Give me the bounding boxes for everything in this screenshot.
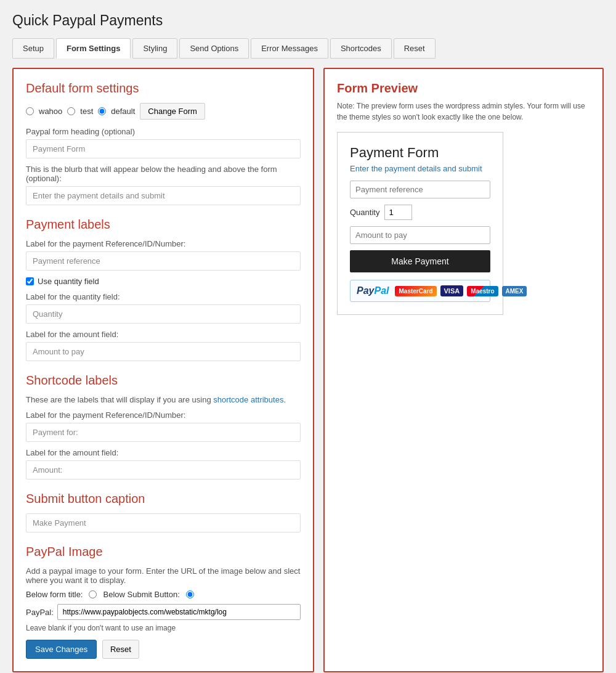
visa-badge: VISA	[440, 285, 464, 296]
use-quantity-row: Use quantity field	[26, 277, 301, 286]
blurb-field-label: This is the blurb that will appear below…	[26, 165, 301, 183]
shortcode-desc: These are the labels that will display i…	[26, 395, 301, 404]
position-label1: Below form title:	[26, 590, 83, 599]
paypal-logo-text: PayPal	[357, 285, 389, 296]
reset-button[interactable]: Reset	[102, 640, 139, 659]
radio-below-submit[interactable]	[186, 590, 194, 598]
paypal-url-input[interactable]	[57, 604, 301, 620]
action-buttons: Save Changes Reset	[26, 640, 301, 659]
radio-test[interactable]	[67, 107, 75, 115]
sc-amount-input[interactable]	[26, 460, 301, 479]
leave-blank-text: Leave blank if you don't want to use an …	[26, 624, 301, 632]
preview-amount-input[interactable]	[350, 226, 490, 244]
tab-setup[interactable]: Setup	[12, 38, 54, 59]
tab-error-messages[interactable]: Error Messages	[251, 38, 328, 59]
sc-ref-input[interactable]	[26, 423, 301, 442]
preview-qty-input[interactable]	[384, 205, 412, 220]
heading-field-label: Paypal form heading (optional)	[26, 127, 301, 136]
paypal-url-label: PayPal:	[26, 608, 54, 617]
ref-input[interactable]	[26, 251, 301, 271]
shortcode-labels-title: Shortcode labels	[26, 373, 301, 388]
change-form-button[interactable]: Change Form	[140, 103, 205, 120]
qty-input[interactable]	[26, 304, 301, 324]
sc-amount-field-label: Label for the amount field:	[26, 448, 301, 457]
preview-quantity-row: Quantity	[350, 205, 490, 220]
radio-default[interactable]	[98, 107, 106, 115]
position-row: Below form title: Below Submit Button:	[26, 590, 301, 599]
amex-badge: AMEX	[502, 286, 527, 296]
form-selection-row: wahoo test default Change Form	[26, 103, 301, 120]
use-quantity-label: Use quantity field	[38, 277, 99, 286]
heading-input[interactable]	[26, 139, 301, 158]
tab-styling[interactable]: Styling	[132, 38, 177, 59]
tab-bar: Setup Form Settings Styling Send Options…	[12, 38, 604, 59]
save-changes-button[interactable]: Save Changes	[26, 640, 97, 659]
use-quantity-checkbox[interactable]	[26, 277, 34, 285]
paypal-image-title: PayPal Image	[26, 545, 301, 559]
preview-make-payment-button[interactable]: Make Payment	[350, 250, 490, 272]
shortcode-desc-text1: These are the labels that will display i…	[26, 395, 213, 404]
radio-below-title[interactable]	[89, 590, 97, 598]
radio-test-label: test	[80, 107, 93, 116]
preview-quantity-label: Quantity	[350, 208, 379, 217]
ref-field-label: Label for the payment Reference/ID/Numbe…	[26, 239, 301, 248]
sc-ref-field-label: Label for the payment Reference/ID/Numbe…	[26, 410, 301, 420]
qty-field-label: Label for the quantity field:	[26, 292, 301, 301]
submit-btn-input[interactable]	[26, 513, 301, 532]
right-panel: Form Preview Note: The preview form uses…	[323, 68, 604, 672]
preview-payment-ref-input[interactable]	[350, 181, 490, 198]
radio-wahoo-label: wahoo	[39, 107, 62, 116]
preview-form-subheading: Enter the payment details and submit	[350, 164, 490, 173]
mastercard-badge: MasterCard	[395, 286, 436, 296]
amount-input[interactable]	[26, 342, 301, 361]
paypal-url-row: PayPal:	[26, 604, 301, 620]
maestro-badge: Maestro	[467, 286, 498, 296]
submit-caption-title: Submit button caption	[26, 492, 301, 506]
preview-note: Note: The preview form uses the wordpres…	[337, 100, 590, 123]
radio-wahoo[interactable]	[26, 107, 34, 115]
shortcode-desc-text2: .	[283, 395, 286, 404]
blurb-input[interactable]	[26, 186, 301, 205]
page-title: Quick Paypal Payments	[12, 12, 604, 29]
form-preview-title: Form Preview	[337, 81, 590, 96]
tab-send-options[interactable]: Send Options	[179, 38, 249, 59]
shortcode-attributes-link[interactable]: shortcode attributes	[213, 395, 283, 404]
tab-form-settings[interactable]: Form Settings	[56, 38, 131, 59]
default-form-settings-title: Default form settings	[26, 81, 301, 96]
radio-default-label: default	[111, 107, 135, 116]
left-panel: Default form settings wahoo test default…	[12, 68, 314, 672]
paypal-logos-box: PayPal MasterCard VISA Maestro AMEX	[350, 280, 490, 302]
paypal-image-desc: Add a paypal image to your form. Enter t…	[26, 566, 301, 585]
position-label2: Below Submit Button:	[103, 590, 179, 599]
preview-form-heading: Payment Form	[350, 145, 490, 161]
preview-box: Payment Form Enter the payment details a…	[337, 132, 503, 315]
tab-reset[interactable]: Reset	[394, 38, 436, 59]
amount-field-label: Label for the amount field:	[26, 330, 301, 339]
payment-labels-title: Payment labels	[26, 218, 301, 232]
tab-shortcodes[interactable]: Shortcodes	[330, 38, 392, 59]
